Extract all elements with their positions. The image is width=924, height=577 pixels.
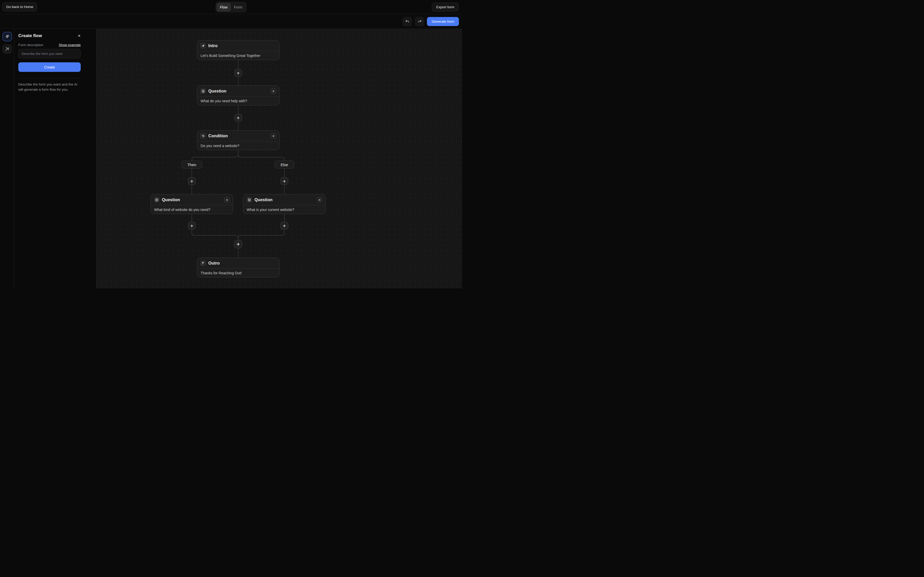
create-button-label: Create [44, 65, 55, 69]
node-text: Do you need a website? [197, 142, 279, 150]
node-header: Question ✕ [197, 86, 279, 97]
tab-flow[interactable]: Flow [216, 3, 231, 11]
node-text: What is your current website? [243, 205, 325, 214]
show-example-link[interactable]: Show example [18, 43, 81, 47]
flow-node-condition[interactable]: Condition ✕ Do you need a website? [197, 131, 279, 150]
panel-divider [18, 78, 81, 79]
top-header: Go back to Home Flow Form Export form [0, 0, 462, 14]
flow-node-outro[interactable]: Outro Thanks for Reaching Out! [197, 258, 279, 277]
node-title: Outro [208, 261, 220, 266]
redo-icon [417, 19, 422, 24]
undo-icon [405, 19, 410, 24]
branch-icon [200, 133, 206, 139]
node-title: Question [208, 89, 226, 93]
left-icon-strip [0, 29, 14, 288]
node-title: Question [162, 198, 180, 202]
flow-canvas[interactable]: Intro Let's Build Something Great Togeth… [97, 29, 462, 288]
panel-close-button[interactable]: ✕ [77, 33, 82, 39]
magic-wand-tool-button[interactable] [3, 44, 12, 53]
add-node-button[interactable]: + [234, 114, 242, 122]
panel-title: Create flow [18, 33, 42, 39]
rocket-icon [200, 43, 206, 48]
node-text: Thanks for Reaching Out! [197, 269, 279, 277]
plus-icon: + [237, 115, 240, 121]
close-icon: ✕ [318, 198, 321, 201]
branch-label-then: Then [181, 161, 202, 168]
form-icon [154, 197, 159, 203]
node-text: What do you need help with? [197, 97, 279, 105]
generate-form-label: Generate form [431, 19, 454, 23]
remove-node-button[interactable]: ✕ [317, 197, 322, 203]
node-title: Condition [208, 134, 228, 138]
go-back-home-button[interactable]: Go back to Home [2, 2, 37, 11]
node-title: Question [254, 198, 273, 202]
add-node-button[interactable]: + [234, 240, 242, 248]
create-button[interactable]: Create [18, 62, 81, 72]
tab-form[interactable]: Form [231, 3, 246, 11]
node-header: Intro [197, 40, 279, 51]
close-icon: ✕ [272, 90, 275, 93]
redo-button[interactable] [415, 17, 424, 26]
plus-icon: + [190, 179, 193, 184]
add-node-button[interactable]: + [281, 177, 288, 185]
form-description-input[interactable] [18, 49, 81, 58]
generate-form-button[interactable]: Generate form [427, 17, 459, 26]
magic-wand-icon [5, 47, 10, 52]
export-form-button[interactable]: Export form [432, 3, 459, 11]
flow-node-question-1[interactable]: Question ✕ What do you need help with? [197, 85, 279, 105]
node-header: Condition ✕ [197, 131, 279, 142]
flag-icon [200, 260, 206, 266]
canvas-toolbar: Generate form [0, 14, 462, 29]
node-title: Intro [208, 44, 218, 48]
sparkles-icon [5, 34, 10, 39]
plus-icon: + [283, 223, 286, 229]
ai-create-flow-tool-button[interactable] [3, 32, 12, 41]
close-icon: ✕ [272, 134, 275, 137]
form-icon [200, 89, 206, 94]
add-node-button[interactable]: + [234, 69, 242, 77]
panel-helper-text: Describe the form you want and the AI wi… [18, 82, 82, 92]
view-switcher-tabs: Flow Form [215, 2, 247, 12]
flow-node-question-3[interactable]: Question ✕ What is your current website? [243, 194, 326, 214]
remove-node-button[interactable]: ✕ [224, 197, 230, 203]
add-node-button[interactable]: + [188, 177, 195, 185]
plus-icon: + [236, 241, 240, 247]
plus-icon: + [237, 70, 240, 76]
branch-label-else: Else [275, 161, 294, 168]
plus-icon: + [283, 179, 286, 184]
undo-button[interactable] [403, 17, 412, 26]
remove-node-button[interactable]: ✕ [271, 133, 276, 139]
create-flow-panel: Create flow ✕ Form description Show exam… [14, 29, 97, 288]
node-header: Outro [197, 258, 279, 269]
add-node-button[interactable]: + [188, 222, 195, 229]
node-text: Let's Build Something Great Together [197, 51, 279, 60]
remove-node-button[interactable]: ✕ [271, 89, 276, 94]
go-back-home-label: Go back to Home [6, 5, 33, 9]
flow-node-question-2[interactable]: Question ✕ What kind of website do you n… [150, 194, 233, 214]
node-text: What kind of website do you need? [151, 205, 233, 214]
export-form-label: Export form [436, 5, 454, 9]
flow-connectors [97, 29, 462, 288]
close-icon: ✕ [78, 34, 81, 38]
add-node-button[interactable]: + [281, 222, 288, 229]
node-header: Question ✕ [151, 195, 233, 205]
close-icon: ✕ [226, 198, 228, 201]
node-header: Question ✕ [243, 195, 325, 205]
form-builder-app: Go back to Home Flow Form Export form [0, 0, 462, 288]
plus-icon: + [190, 223, 193, 229]
form-icon [247, 197, 252, 203]
flow-node-intro[interactable]: Intro Let's Build Something Great Togeth… [197, 40, 279, 60]
